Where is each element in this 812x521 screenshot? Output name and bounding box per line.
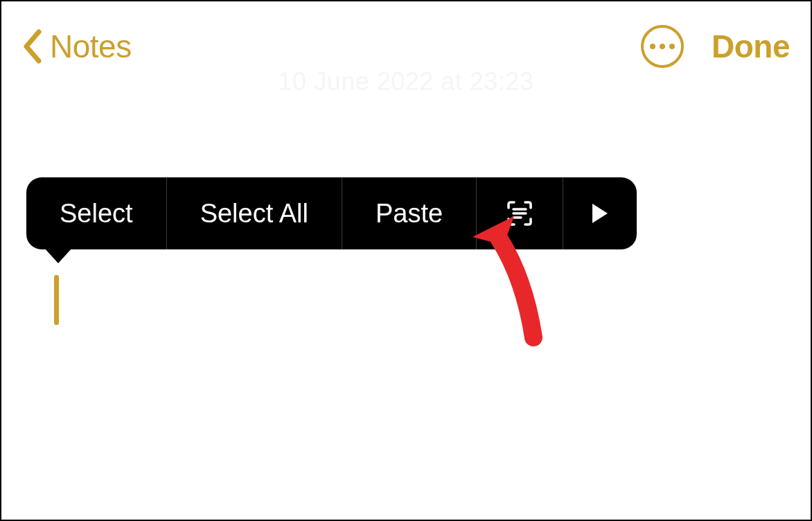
- ellipsis-icon: [669, 44, 675, 49]
- scan-text-icon: [506, 200, 533, 227]
- ellipsis-icon: [650, 44, 655, 49]
- back-label: Notes: [50, 28, 132, 65]
- done-button[interactable]: Done: [712, 28, 790, 65]
- text-cursor: [54, 275, 59, 325]
- back-button[interactable]: Notes: [22, 28, 132, 65]
- paste-menu-item[interactable]: Paste: [342, 177, 477, 249]
- note-timestamp: 10 June 2022 at 23:23: [279, 67, 534, 96]
- more-menu-item[interactable]: [563, 177, 637, 249]
- context-menu: Select Select All Paste: [26, 177, 637, 249]
- select-menu-item[interactable]: Select: [26, 177, 167, 249]
- chevron-left-icon: [22, 29, 42, 64]
- scan-text-menu-item[interactable]: [477, 177, 563, 249]
- header-right: Done: [641, 25, 790, 68]
- header-bar: Notes Done: [1, 1, 811, 71]
- chevron-right-icon: [592, 204, 608, 223]
- more-options-button[interactable]: [641, 25, 684, 68]
- context-menu-tail: [44, 248, 72, 263]
- ellipsis-icon: [660, 44, 665, 49]
- select-all-menu-item[interactable]: Select All: [167, 177, 342, 249]
